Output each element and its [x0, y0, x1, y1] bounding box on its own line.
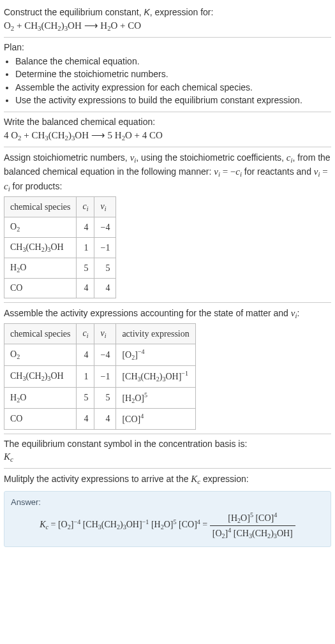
activity-table: chemical species ci νi activity expressi…	[4, 323, 196, 429]
cell-nui: −4	[94, 344, 116, 366]
answer-box: Answer: Kc = [O2]−4 [CH3(CH2)3OH]−1 [H2O…	[4, 491, 331, 548]
plan-heading: Plan:	[4, 41, 331, 54]
cell-nui: 4	[94, 409, 116, 429]
table-row: CH3(CH2)3OH 1 −1 [CH3(CH2)3OH]−1	[4, 366, 196, 388]
intro-K: K	[144, 7, 149, 17]
col-ci: ci	[77, 196, 94, 217]
cell-species: CO	[4, 279, 77, 298]
stoich-table: chemical species ci νi O2 4 −4 CH3(CH2)3…	[4, 196, 116, 298]
balanced-heading: Write the balanced chemical equation:	[4, 116, 331, 129]
cell-species: CH3(CH2)3OH	[4, 238, 77, 258]
cell-species: CO	[4, 409, 77, 429]
table-row: O2 4 −4 [O2]−4	[4, 344, 196, 366]
plan-item: Determine the stoichiometric numbers.	[15, 68, 331, 81]
plan-item: Balance the chemical equation.	[15, 55, 331, 68]
cell-activity: [H2O]5	[116, 387, 195, 409]
intro-post: , expression for:	[150, 7, 214, 17]
table-row: O2 4 −4	[4, 217, 116, 238]
plan-list: Balance the chemical equation. Determine…	[4, 55, 331, 107]
balanced-block: Write the balanced chemical equation: 4 …	[4, 112, 331, 147]
cell-ci: 4	[77, 344, 94, 366]
cell-species: CH3(CH2)3OH	[4, 366, 77, 388]
cell-ci: 5	[77, 387, 94, 409]
answer-fraction: [H2O]5 [CO]4 [O2]4 [CH3(CH2)3OH]	[210, 511, 295, 540]
cell-ci: 4	[77, 217, 94, 238]
fraction-numerator: [H2O]5 [CO]4	[210, 511, 295, 525]
col-species: chemical species	[4, 324, 77, 344]
assign-text-part: , using the stoichiometric coefficients,	[136, 152, 287, 163]
table-header-row: chemical species ci νi	[4, 196, 116, 217]
multiply-text-post: expression:	[200, 474, 248, 484]
cell-activity: [CO]4	[116, 409, 195, 429]
plan-block: Plan: Balance the chemical equation. Det…	[4, 38, 331, 112]
activity-text-post: :	[297, 308, 299, 318]
cell-activity: [O2]−4	[116, 344, 195, 366]
kc-symbol-block: The equilibrium constant symbol in the c…	[4, 434, 331, 469]
nu-i: νi	[130, 152, 137, 163]
cell-nui: −4	[94, 217, 116, 238]
cell-species: O2	[4, 217, 77, 238]
cell-ci: 4	[77, 279, 94, 298]
balanced-equation: 4 O2 + CH3(CH2)3OH ⟶ 5 H2O + 4 CO	[4, 129, 331, 143]
table-row: CO 4 4	[4, 279, 116, 298]
cell-nui: −1	[94, 366, 116, 388]
intro-block: Construct the equilibrium constant, K, e…	[4, 3, 331, 37]
col-ci: ci	[77, 324, 94, 344]
table-header-row: chemical species ci νi activity expressi…	[4, 324, 196, 344]
cell-nui: 5	[94, 387, 116, 409]
cell-ci: 5	[77, 258, 94, 279]
intro-text: Construct the equilibrium constant, K, e…	[4, 6, 331, 19]
c-i: ci	[287, 152, 293, 163]
cell-nui: 4	[94, 279, 116, 298]
col-nui: νi	[94, 324, 116, 344]
table-row: H2O 5 5	[4, 258, 116, 279]
relation-reactants: νi = −ci	[214, 166, 242, 177]
cell-species: H2O	[4, 258, 77, 279]
kc-symbol: Kc	[4, 450, 331, 464]
cell-activity: [CH3(CH2)3OH]−1	[116, 366, 195, 388]
table-row: CH3(CH2)3OH 1 −1	[4, 238, 116, 258]
cell-ci: 1	[77, 366, 94, 388]
multiply-text-pre: Mulitply the activity expressions to arr…	[4, 474, 191, 484]
col-species: chemical species	[4, 196, 77, 217]
col-activity: activity expression	[116, 324, 195, 344]
kc-symbol-text: The equilibrium constant symbol in the c…	[4, 438, 331, 451]
cell-ci: 1	[77, 238, 94, 258]
unbalanced-equation: O2 + CH3(CH2)3OH ⟶ H2O + CO	[4, 19, 331, 33]
multiply-block: Mulitply the activity expressions to arr…	[4, 469, 331, 551]
table-row: H2O 5 5 [H2O]5	[4, 387, 196, 409]
activity-text-pre: Assemble the activity expressions accoun…	[4, 308, 291, 318]
activity-block: Assemble the activity expressions accoun…	[4, 303, 331, 434]
answer-label: Answer:	[11, 497, 324, 508]
plan-item: Use the activity expressions to build th…	[15, 94, 331, 107]
cell-nui: 5	[94, 258, 116, 279]
table-row: CO 4 4 [CO]4	[4, 409, 196, 429]
assign-text: Assign stoichiometric numbers, νi, using…	[4, 151, 331, 194]
intro-pre: Construct the equilibrium constant,	[4, 7, 144, 17]
kc-inline: Kc	[191, 474, 200, 484]
assign-text-part: for products:	[10, 181, 63, 191]
fraction-denominator: [O2]4 [CH3(CH2)3OH]	[210, 525, 295, 541]
cell-species: H2O	[4, 387, 77, 409]
cell-nui: −1	[94, 238, 116, 258]
col-nui: νi	[94, 196, 116, 217]
cell-ci: 4	[77, 409, 94, 429]
plan-item: Assemble the activity expression for eac…	[15, 82, 331, 94]
answer-expression: Kc = [O2]−4 [CH3(CH2)3OH]−1 [H2O]5 [CO]4…	[11, 511, 324, 540]
assign-text-part: for reactants and	[242, 166, 314, 177]
multiply-text: Mulitply the activity expressions to arr…	[4, 472, 331, 487]
activity-heading: Assemble the activity expressions accoun…	[4, 307, 331, 321]
assign-block: Assign stoichiometric numbers, νi, using…	[4, 147, 331, 302]
cell-species: O2	[4, 344, 77, 366]
assign-text-part: Assign stoichiometric numbers,	[4, 152, 130, 163]
